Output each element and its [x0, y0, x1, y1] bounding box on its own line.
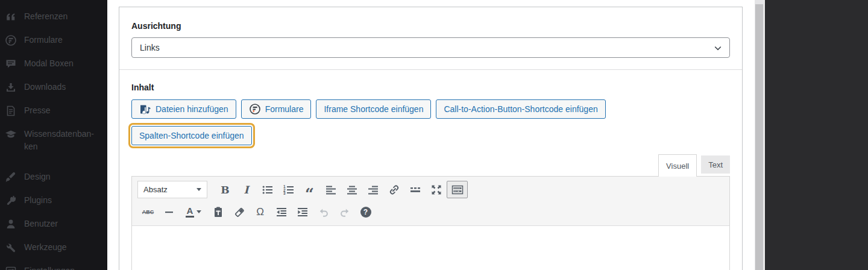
- insert-button-3[interactable]: Call-to-Action-Button-Shortcode einfügen: [436, 99, 605, 119]
- sidebar-item-einstellungen[interactable]: Einstellungen: [0, 259, 107, 270]
- help-button[interactable]: ?: [355, 203, 376, 221]
- strikethrough-button[interactable]: ABC: [137, 203, 159, 221]
- tab-label: Visuell: [666, 162, 689, 171]
- editor-content-area[interactable]: [132, 226, 729, 270]
- indent-button[interactable]: [292, 203, 313, 221]
- bold-icon: B: [221, 184, 229, 196]
- media-button-row: Spalten-Shortcode einfügen: [131, 126, 730, 145]
- modal-dim-overlay: [764, 0, 868, 270]
- sidebar-item-referenzen[interactable]: Referenzen: [0, 5, 107, 28]
- spalten-shortcode-button[interactable]: Spalten-Shortcode einfügen: [131, 126, 252, 145]
- redo-button: [334, 203, 355, 221]
- blockquote-button[interactable]: “: [299, 181, 320, 198]
- align-right-button[interactable]: [362, 181, 383, 198]
- align-left-button[interactable]: [320, 181, 341, 198]
- italic-button[interactable]: I: [236, 181, 257, 198]
- editor-toolbar: Absatz BI123“ ABCAΩ?: [132, 177, 729, 226]
- toolbar-toggle-button[interactable]: [447, 181, 468, 198]
- section-divider: [119, 69, 742, 70]
- sidebar-item-presse[interactable]: Presse: [0, 99, 107, 122]
- insert-button-0[interactable]: Dateien hinzufügen: [131, 99, 236, 119]
- link-button[interactable]: [383, 181, 404, 198]
- content-editor: VisuellText Absatz BI123“ ABCAΩ?: [131, 154, 730, 270]
- sidebar-item-plugins[interactable]: Plugins: [0, 189, 107, 212]
- settings-panel: Ausrichtung Links Inhalt Dateien hinzufü…: [119, 7, 743, 270]
- download-icon: [5, 81, 17, 93]
- tab-visuell[interactable]: Visuell: [658, 154, 697, 177]
- ausrichtung-select[interactable]: Links: [131, 37, 730, 58]
- knowledge-icon: [5, 128, 17, 140]
- insert-button-1[interactable]: Formulare: [241, 99, 312, 119]
- text-color-button[interactable]: A: [180, 203, 207, 221]
- modal-box-icon: [5, 58, 17, 70]
- appearance-icon: [5, 171, 17, 183]
- fullscreen-button[interactable]: [426, 181, 447, 198]
- sidebar-item-label: Downloads: [24, 81, 98, 93]
- sidebar-item-label: Einstellungen: [24, 265, 98, 270]
- redo-icon: [339, 206, 351, 218]
- horizontal-rule-icon: [163, 206, 175, 218]
- paste-text-icon: [212, 206, 224, 218]
- indent-icon: [297, 206, 309, 218]
- sidebar-item-wissensdatenban-ken[interactable]: Wissensdatenban­ken: [0, 122, 107, 159]
- help-icon: ?: [360, 207, 371, 218]
- read-more-icon: [409, 184, 421, 196]
- tab-text[interactable]: Text: [701, 155, 730, 174]
- insert-button-2[interactable]: Iframe Shortcode einfügen: [316, 99, 431, 119]
- inhalt-label: Inhalt: [131, 83, 730, 92]
- button-label: Call-to-Action-Button-Shortcode einfügen: [444, 104, 597, 114]
- sidebar-item-formulare[interactable]: Formulare: [0, 28, 107, 52]
- ausrichtung-select-value: Links: [140, 43, 160, 52]
- link-icon: [388, 184, 400, 196]
- fullscreen-icon: [430, 184, 442, 196]
- bullet-list-button[interactable]: [257, 181, 278, 198]
- special-char-button[interactable]: Ω: [250, 203, 271, 221]
- numbered-list-icon: 123: [283, 184, 295, 196]
- paste-text-button[interactable]: [207, 203, 228, 221]
- settings-icon: [5, 265, 17, 270]
- caret-down-icon: [197, 188, 201, 191]
- clear-format-button[interactable]: [228, 203, 250, 221]
- sidebar-item-label: Referenzen: [24, 10, 98, 23]
- read-more-button[interactable]: [404, 181, 426, 198]
- document-icon: [5, 105, 17, 117]
- button-label: Formulare: [265, 104, 304, 114]
- editor-container: Absatz BI123“ ABCAΩ?: [131, 176, 730, 270]
- sidebar-item-benutzer[interactable]: Benutzer: [0, 212, 107, 236]
- undo-button: [313, 203, 334, 221]
- horizontal-rule-button[interactable]: [159, 203, 180, 221]
- format-select[interactable]: Absatz: [137, 181, 207, 198]
- sidebar-item-modal-boxen[interactable]: Modal Boxen: [0, 52, 107, 75]
- numbered-list-button[interactable]: 123: [278, 181, 299, 198]
- sidebar-item-werkzeuge[interactable]: Werkzeuge: [0, 236, 107, 259]
- tools-icon: [5, 242, 17, 254]
- bold-button[interactable]: B: [215, 181, 236, 198]
- format-select-value: Absatz: [143, 185, 168, 194]
- sidebar-item-downloads[interactable]: Downloads: [0, 75, 107, 99]
- media-icon: [139, 103, 151, 115]
- sidebar-item-label: Plugins: [24, 194, 98, 207]
- outdent-icon: [275, 206, 288, 218]
- outdent-button[interactable]: [271, 203, 292, 221]
- users-icon: [5, 218, 17, 230]
- special-char-icon: Ω: [256, 206, 264, 218]
- button-label: Spalten-Shortcode einfügen: [139, 131, 244, 140]
- scrollbar-thumb[interactable]: [755, 4, 763, 270]
- align-left-icon: [325, 184, 337, 196]
- sidebar-item-label: Wissensdatenban­ken: [24, 128, 98, 153]
- blockquote-icon: “: [305, 187, 314, 192]
- formidable-icon: [5, 34, 17, 46]
- button-label: Dateien hinzufügen: [156, 104, 228, 114]
- sidebar-item-label: Presse: [24, 104, 98, 117]
- svg-text:3: 3: [283, 191, 286, 195]
- chevron-down-icon: [713, 43, 723, 53]
- sidebar-item-design[interactable]: Design: [0, 165, 107, 189]
- formidable-icon: [249, 103, 261, 115]
- media-buttons: Dateien hinzufügenFormulareIframe Shortc…: [131, 99, 730, 145]
- editor-tabs: VisuellText: [131, 154, 730, 176]
- page-scrollbar[interactable]: [755, 0, 764, 270]
- sidebar-item-label: Benutzer: [24, 218, 98, 230]
- align-right-icon: [367, 184, 379, 196]
- align-center-button[interactable]: [341, 181, 362, 198]
- undo-icon: [318, 206, 330, 218]
